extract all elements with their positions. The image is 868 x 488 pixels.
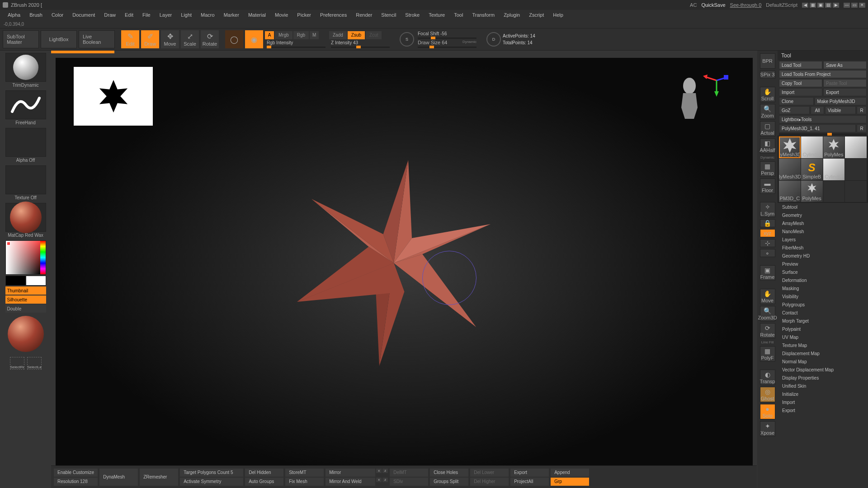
goz-visible-button[interactable]: Visible xyxy=(825,106,856,114)
rotate-view-button[interactable]: ⟳Rotate xyxy=(760,323,775,338)
aahalf-button[interactable]: ◧AAHalf xyxy=(760,138,775,154)
z-intensity-slider[interactable] xyxy=(331,47,390,48)
section-geometryhd[interactable]: Geometry HD xyxy=(778,252,868,260)
section-subtool[interactable]: Subtool xyxy=(778,203,868,211)
dynamic-label[interactable]: Dynamic xyxy=(462,40,476,45)
lock-button[interactable]: 🔒 xyxy=(760,219,775,227)
menu-stroke[interactable]: Stroke xyxy=(401,12,424,18)
sculptris-button[interactable]: ◯ xyxy=(225,30,243,48)
stroke-selector[interactable] xyxy=(5,90,46,119)
tool-item[interactable]: PolyMes xyxy=(801,181,823,202)
menu-preferences[interactable]: Preferences xyxy=(316,12,351,18)
section-displayprops[interactable]: Display Properties xyxy=(778,374,868,382)
focal-shift-dial[interactable]: S xyxy=(400,32,414,47)
spix-slider[interactable]: SPix 3 xyxy=(760,70,775,79)
auto-groups-button[interactable]: Auto Groups xyxy=(245,478,283,486)
secondary-color-swatch[interactable] xyxy=(5,276,26,286)
local-sym-button[interactable]: ✧L.Sym xyxy=(760,202,775,217)
menu-stencil[interactable]: Stencil xyxy=(377,12,400,18)
select-rect-button[interactable]: SelectRect xyxy=(10,357,24,370)
floor-button[interactable]: ▬Floor xyxy=(760,178,775,194)
menu-edit[interactable]: Edit xyxy=(121,12,137,18)
section-surface[interactable]: Surface xyxy=(778,268,868,276)
del-hidden-button[interactable]: Del Hidden xyxy=(245,469,283,477)
brush-selector[interactable] xyxy=(5,53,46,82)
transp-button[interactable]: ◐Transp xyxy=(760,370,775,385)
zoom-button[interactable]: 🔍Zoom xyxy=(760,104,775,119)
maximize-icon[interactable]: ▭ xyxy=(851,3,858,8)
ghost-button[interactable]: ◎Ghost xyxy=(760,387,775,402)
defaultzscript-button[interactable]: DefaultZScript xyxy=(766,2,797,8)
menu-macro[interactable]: Macro xyxy=(197,12,219,18)
anchor-icon[interactable]: ▤ xyxy=(825,3,831,8)
current-tool-label[interactable]: PolyMesh3D_1. 41 xyxy=(779,124,856,132)
save-as-button[interactable]: Save As xyxy=(823,61,867,69)
section-export[interactable]: Export xyxy=(778,406,868,414)
focal-shift-slider[interactable] xyxy=(418,38,476,39)
scroll-button[interactable]: ✋Scroll xyxy=(760,87,775,102)
section-import[interactable]: Import xyxy=(778,398,868,406)
del-higher-button[interactable]: Del Higher xyxy=(470,478,509,486)
menu-material[interactable]: Material xyxy=(244,12,270,18)
mrgb-button[interactable]: Mrgb xyxy=(275,31,292,39)
import-button[interactable]: Import xyxy=(779,88,822,96)
grp-button[interactable]: Grp xyxy=(551,478,589,486)
tool-item[interactable]: Cylinder xyxy=(823,159,845,180)
copy-tool-button[interactable]: Copy Tool xyxy=(779,79,822,87)
dynamesh-button[interactable]: DynaMesh xyxy=(99,469,138,486)
anchor-icon[interactable]: ◀ xyxy=(802,3,808,8)
seethrough-slider[interactable]: See-through 0 xyxy=(730,2,762,8)
section-deformation[interactable]: Deformation xyxy=(778,276,868,284)
goz-r-button[interactable]: R xyxy=(857,106,867,114)
menu-color[interactable]: Color xyxy=(47,12,67,18)
draw-size-slider[interactable] xyxy=(418,47,476,48)
frame-button[interactable]: ▣Frame xyxy=(760,265,775,281)
menu-draw[interactable]: Draw xyxy=(100,12,120,18)
zremesher-button[interactable]: ZRemesher xyxy=(140,469,178,486)
activate-symmetry-button[interactable]: Activate Symmetry xyxy=(180,478,243,486)
section-initialize[interactable]: Initialize xyxy=(778,390,868,398)
anchor-icon[interactable]: ▣ xyxy=(817,3,824,8)
section-preview[interactable]: Preview xyxy=(778,260,868,268)
pf-button[interactable]: ⊹ xyxy=(760,239,775,247)
draw-mode-button[interactable]: ✐Draw xyxy=(141,30,159,48)
menu-layer[interactable]: Layer xyxy=(156,12,176,18)
menu-zplugin[interactable]: Zplugin xyxy=(500,12,524,18)
lightbox-button[interactable]: LightBox xyxy=(41,30,77,48)
menu-picker[interactable]: Picker xyxy=(293,12,315,18)
goz-all-button[interactable]: All xyxy=(811,106,824,114)
double-toggle[interactable]: Double xyxy=(5,305,46,313)
dynamic-dial[interactable]: D xyxy=(486,32,501,47)
bpr-button[interactable]: BPR xyxy=(760,53,775,69)
menu-render[interactable]: Render xyxy=(352,12,376,18)
menu-file[interactable]: File xyxy=(138,12,155,18)
menu-light[interactable]: Light xyxy=(177,12,196,18)
load-from-project-button[interactable]: Load Tools From Project xyxy=(779,70,867,78)
menu-marker[interactable]: Marker xyxy=(220,12,243,18)
section-fibermesh[interactable]: FiberMesh xyxy=(778,244,868,252)
mirror-button[interactable]: Mirror xyxy=(326,469,375,477)
scale-mode-button[interactable]: ⤢Scale xyxy=(181,30,199,48)
section-morphtarget[interactable]: Morph Target xyxy=(778,317,868,325)
texture-selector[interactable] xyxy=(5,165,46,194)
tool-item[interactable]: SSimpleB xyxy=(801,159,823,180)
select-lasso-button[interactable]: SelectLasso xyxy=(27,357,42,370)
menu-anchor-icons[interactable]: ◀ ▦ ▣ ▤ ▶ xyxy=(802,3,839,8)
menu-transform[interactable]: Transform xyxy=(468,12,499,18)
axis-x-toggle[interactable]: x xyxy=(376,469,382,473)
menu-tool[interactable]: Tool xyxy=(450,12,467,18)
zcut-button[interactable]: Zcut xyxy=(366,31,382,39)
color-picker[interactable] xyxy=(5,240,46,275)
menu-document[interactable]: Document xyxy=(68,12,99,18)
rgb-button[interactable]: Rgb xyxy=(293,31,309,39)
section-texturemap[interactable]: Texture Map xyxy=(778,341,868,349)
section-displacement[interactable]: Displacement Map xyxy=(778,349,868,357)
close-icon[interactable]: ✕ xyxy=(859,3,865,8)
tool-slider-thumb[interactable] xyxy=(827,133,832,136)
tool-item[interactable]: PolyMesh3D_1 xyxy=(779,136,801,158)
tool-item[interactable]: Cylinder xyxy=(801,136,823,158)
silhouette-toggle[interactable]: Silhouette xyxy=(5,296,46,304)
section-masking[interactable]: Masking xyxy=(778,284,868,292)
section-geometry[interactable]: Geometry xyxy=(778,211,868,219)
xyz-button[interactable]: xyz xyxy=(760,229,775,237)
